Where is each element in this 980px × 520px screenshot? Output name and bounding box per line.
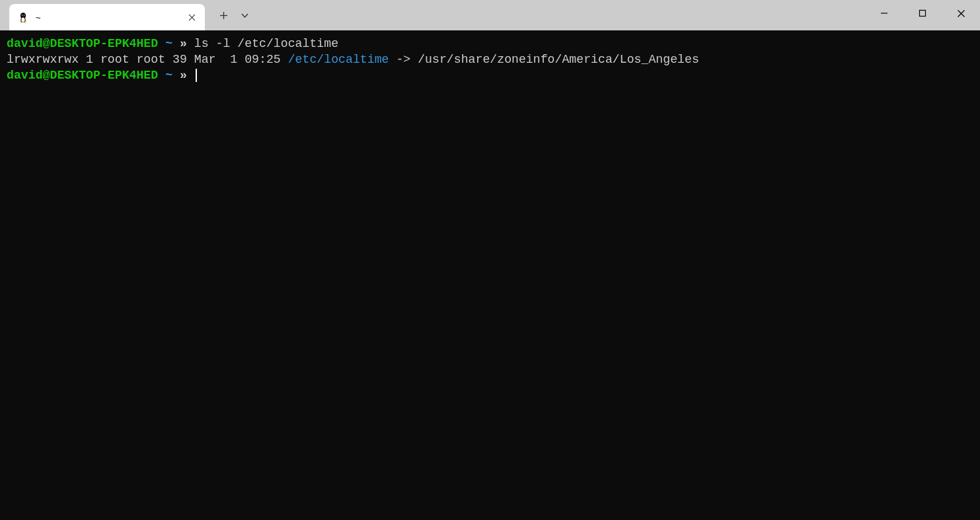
prompt-cwd: ~ bbox=[165, 37, 172, 50]
cursor bbox=[196, 69, 197, 82]
terminal-tab[interactable]: ~ bbox=[9, 4, 205, 30]
prompt-user-host: david@DESKTOP-EPK4HED bbox=[7, 69, 158, 82]
titlebar-actions bbox=[213, 0, 255, 30]
svg-rect-11 bbox=[920, 11, 926, 17]
terminal-pane[interactable]: david@DESKTOP-EPK4HED ~ » ls -l /etc/loc… bbox=[0, 30, 980, 520]
close-icon bbox=[188, 14, 196, 21]
titlebar: ~ bbox=[0, 0, 980, 30]
plus-icon bbox=[219, 11, 228, 20]
svg-point-3 bbox=[22, 15, 22, 16]
terminal-line: david@DESKTOP-EPK4HED ~ » ls -l /etc/loc… bbox=[7, 37, 338, 50]
terminal-line: david@DESKTOP-EPK4HED ~ » bbox=[7, 69, 197, 82]
command-text: ls -l /etc/localtime bbox=[194, 37, 338, 50]
ls-output-perms: lrwxrwxrwx 1 root root 39 Mar 1 09:25 bbox=[7, 53, 288, 66]
terminal-line: lrwxrwxrwx 1 root root 39 Mar 1 09:25 /e… bbox=[7, 53, 699, 66]
tux-icon bbox=[17, 11, 29, 23]
svg-point-4 bbox=[24, 15, 24, 16]
minimize-button[interactable] bbox=[865, 0, 903, 26]
minimize-icon bbox=[880, 9, 888, 17]
chevron-down-icon bbox=[241, 11, 249, 20]
window-controls bbox=[865, 0, 980, 26]
symlink-target: /usr/share/zoneinfo/America/Los_Angeles bbox=[418, 53, 699, 66]
prompt-symbol: » bbox=[180, 69, 187, 82]
close-tab-button[interactable] bbox=[186, 12, 197, 22]
new-tab-button[interactable] bbox=[213, 5, 234, 26]
prompt-symbol: » bbox=[180, 37, 187, 50]
prompt-cwd: ~ bbox=[165, 69, 172, 82]
tab-title: ~ bbox=[36, 13, 186, 22]
prompt-user-host: david@DESKTOP-EPK4HED bbox=[7, 37, 158, 50]
maximize-icon bbox=[919, 9, 926, 17]
tab-dropdown-button[interactable] bbox=[234, 5, 255, 26]
svg-point-5 bbox=[21, 17, 24, 22]
maximize-button[interactable] bbox=[903, 0, 942, 26]
symlink-name: /etc/localtime bbox=[288, 53, 389, 66]
close-window-button[interactable] bbox=[942, 0, 980, 26]
symlink-arrow: -> bbox=[389, 53, 418, 66]
close-icon bbox=[957, 9, 965, 18]
